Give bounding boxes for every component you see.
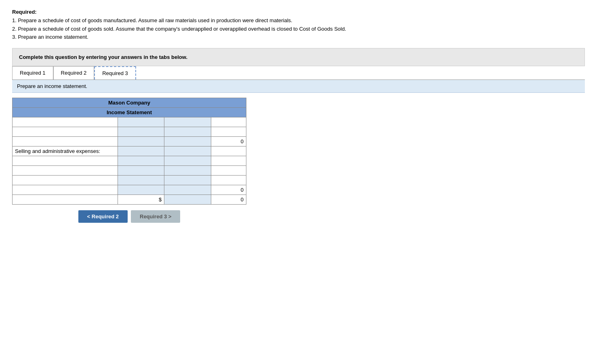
row1-label-cell xyxy=(13,117,118,127)
row7-label-cell xyxy=(13,176,118,185)
row3-label-input[interactable] xyxy=(15,138,115,144)
row5-label-cell xyxy=(13,156,118,166)
row5-right-input[interactable] xyxy=(167,158,208,164)
row3-right-input[interactable] xyxy=(167,138,208,144)
row2-right-cell xyxy=(164,127,211,137)
row8-mid-input[interactable] xyxy=(120,187,162,193)
row1-label-input[interactable] xyxy=(15,119,115,125)
row9-label-input[interactable] xyxy=(15,197,115,203)
selling-admin-label: Selling and administrative expenses: xyxy=(15,148,100,154)
row6-right-cell xyxy=(164,166,211,176)
table-wrapper: Mason Company Income Statement xyxy=(12,98,246,205)
row5-mid-input[interactable] xyxy=(120,158,162,164)
row9-right-cell xyxy=(164,195,211,205)
row1-right-input[interactable] xyxy=(167,119,208,125)
row9-label-cell xyxy=(13,195,118,205)
row7-right-input[interactable] xyxy=(167,177,208,183)
forward-button-label: Required 3 > xyxy=(140,213,171,220)
row8-label-cell xyxy=(13,185,118,195)
row2-label-cell xyxy=(13,127,118,137)
dollar-sign: $ xyxy=(159,197,162,203)
table-row: $ 0 xyxy=(13,195,246,205)
tabs-container: Required 1 Required 2 Required 3 xyxy=(12,66,585,80)
table-row xyxy=(13,156,246,166)
row5-mid-cell xyxy=(118,156,164,166)
row4-final-cell xyxy=(211,146,246,156)
row2-mid-cell xyxy=(118,127,164,137)
row4-right-cell xyxy=(164,146,211,156)
row5-right-cell xyxy=(164,156,211,166)
table-row: 0 xyxy=(13,137,246,146)
row8-right-input[interactable] xyxy=(167,187,208,193)
row8-final-cell: 0 xyxy=(211,185,246,195)
instruction-3: 3. Prepare an income statement. xyxy=(12,34,88,40)
row6-label-cell xyxy=(13,166,118,176)
forward-button[interactable]: Required 3 > xyxy=(131,210,180,223)
row3-right-cell xyxy=(164,137,211,146)
row2-label-input[interactable] xyxy=(15,129,115,135)
back-button[interactable]: < Required 2 xyxy=(78,210,128,223)
row7-final-cell xyxy=(211,176,246,185)
row3-label-cell xyxy=(13,137,118,146)
required-label: Required: xyxy=(12,9,37,15)
row8-right-cell xyxy=(164,185,211,195)
row9-right-input[interactable] xyxy=(167,197,208,203)
row1-mid-cell xyxy=(118,117,164,127)
row5-label-input[interactable] xyxy=(15,158,115,164)
row8-mid-cell xyxy=(118,185,164,195)
row7-right-cell xyxy=(164,176,211,185)
back-button-label: < Required 2 xyxy=(87,213,119,220)
row6-mid-cell xyxy=(118,166,164,176)
income-statement-table: Mason Company Income Statement xyxy=(12,98,246,205)
row2-right-input[interactable] xyxy=(167,129,208,135)
row7-mid-cell xyxy=(118,176,164,185)
row2-mid-input[interactable] xyxy=(120,129,162,135)
row6-right-input[interactable] xyxy=(167,167,208,174)
required-instructions: Required: 1. Prepare a schedule of cost … xyxy=(12,8,585,42)
row6-final-cell xyxy=(211,166,246,176)
row4-label-cell: Selling and administrative expenses: xyxy=(13,146,118,156)
row3-mid-input[interactable] xyxy=(120,138,162,144)
row4-mid-cell xyxy=(118,146,164,156)
navigation-buttons: < Required 2 Required 3 > xyxy=(12,210,246,223)
row2-final-cell xyxy=(211,127,246,137)
table-row xyxy=(13,176,246,185)
page-container: Required: 1. Prepare a schedule of cost … xyxy=(12,8,585,223)
row8-label-input[interactable] xyxy=(15,187,115,193)
table-title-header: Income Statement xyxy=(13,108,246,117)
row5-final-cell xyxy=(211,156,246,166)
row9-value: 0 xyxy=(241,197,244,203)
table-row: 0 xyxy=(13,185,246,195)
row6-label-input[interactable] xyxy=(15,167,115,174)
complete-box-text: Complete this question by entering your … xyxy=(19,54,187,60)
row3-final-cell: 0 xyxy=(211,137,246,146)
tab-required-3[interactable]: Required 3 xyxy=(94,66,136,79)
row8-value: 0 xyxy=(241,187,244,193)
table-row xyxy=(13,166,246,176)
table-row xyxy=(13,127,246,137)
tab-required-2[interactable]: Required 2 xyxy=(53,66,95,79)
row1-right-cell xyxy=(164,117,211,127)
row6-mid-input[interactable] xyxy=(120,167,162,174)
row7-label-input[interactable] xyxy=(15,177,115,183)
row7-mid-input[interactable] xyxy=(120,177,162,183)
tab-required-1[interactable]: Required 1 xyxy=(12,66,53,79)
row9-dollar-cell: $ xyxy=(118,195,164,205)
table-row xyxy=(13,117,246,127)
row9-final-cell: 0 xyxy=(211,195,246,205)
complete-box: Complete this question by entering your … xyxy=(12,48,585,66)
row3-value: 0 xyxy=(241,138,244,144)
instruction-2: 2. Prepare a schedule of cost of goods s… xyxy=(12,26,346,32)
row1-final-cell xyxy=(211,117,246,127)
tab-instruction: Prepare an income statement. xyxy=(12,80,585,93)
table-row: Selling and administrative expenses: xyxy=(13,146,246,156)
table-company-header: Mason Company xyxy=(13,98,246,108)
row3-mid-cell xyxy=(118,137,164,146)
instruction-1: 1. Prepare a schedule of cost of goods m… xyxy=(12,17,292,23)
row1-mid-input[interactable] xyxy=(120,119,162,125)
